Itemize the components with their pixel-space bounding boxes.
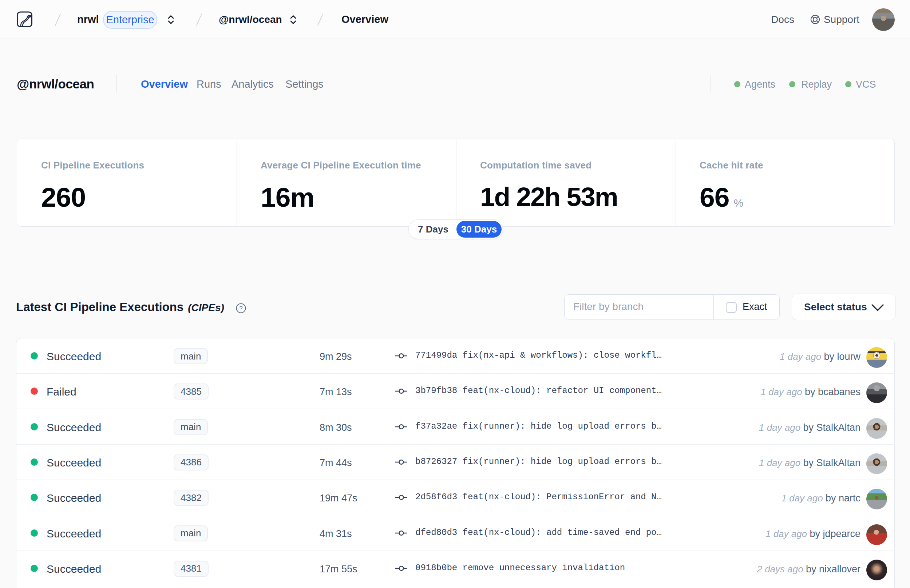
svg-text:?: ? [239, 305, 242, 312]
